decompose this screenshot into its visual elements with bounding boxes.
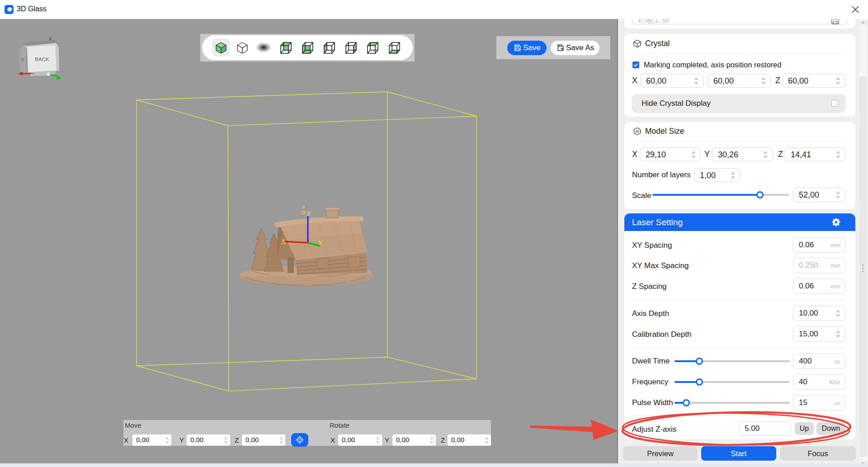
svg-text:R: R (21, 57, 24, 62)
svg-text:Z: Z (307, 210, 311, 217)
svg-text:X: X (281, 238, 286, 245)
svg-text:M: M (636, 129, 639, 134)
svg-text:BACK: BACK (35, 57, 49, 62)
svg-text:Y: Y (318, 239, 323, 246)
